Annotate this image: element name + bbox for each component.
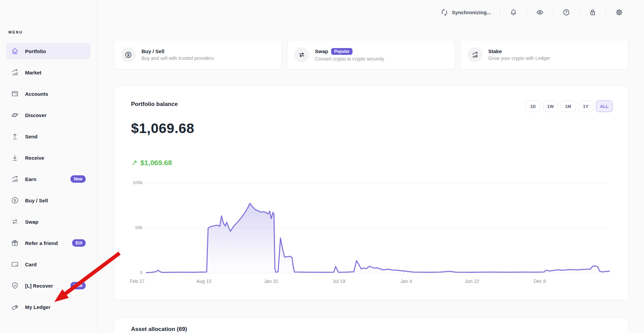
sidebar-item-receive[interactable]: Receive xyxy=(6,150,90,166)
swap-icon xyxy=(294,47,309,62)
sidebar-item-label: Earn xyxy=(25,176,36,182)
notifications-button[interactable] xyxy=(510,8,517,16)
card-title: Stake xyxy=(488,48,502,54)
sidebar-item-label: Discover xyxy=(25,112,46,118)
y-axis-tick: 100k xyxy=(129,180,143,185)
shield-check-icon xyxy=(11,282,19,290)
sync-icon xyxy=(441,8,448,16)
main-area: Synchronizing... xyxy=(97,0,644,333)
sidebar-item-label: Market xyxy=(25,70,41,75)
sidebar-item-label: Swap xyxy=(25,219,38,225)
sidebar-item-badge: New xyxy=(70,282,86,289)
sidebar-item-discover[interactable]: Discover xyxy=(6,107,90,123)
divider xyxy=(527,8,527,17)
market-icon xyxy=(11,68,19,76)
swap-card[interactable]: Swap Popular Convert crypto to crypto se… xyxy=(287,40,455,69)
card-title: Swap xyxy=(315,48,328,54)
sidebar-item-badge: New xyxy=(70,175,86,183)
chart-area-fill xyxy=(146,203,610,273)
portfolio-delta: ↗ $1,069.68 xyxy=(131,158,172,167)
sidebar: MENU PortfolioMarketAccountsDiscoverSend… xyxy=(0,0,97,333)
discreet-mode-button[interactable] xyxy=(536,8,544,16)
planet-icon xyxy=(11,111,19,119)
x-axis-tick: Jan 31 xyxy=(264,279,278,284)
divider xyxy=(553,8,553,17)
sidebar-item-label: Accounts xyxy=(25,91,48,97)
divider xyxy=(500,8,500,17)
earn-icon xyxy=(11,175,19,183)
sidebar-item-label: Buy / Sell xyxy=(25,198,48,203)
svg-text:$: $ xyxy=(127,52,129,57)
dollar-icon: $ xyxy=(121,47,136,62)
sidebar-item-my-ledger[interactable]: My Ledger xyxy=(6,299,90,315)
sync-status[interactable]: Synchronizing... xyxy=(441,8,491,16)
home-icon xyxy=(11,47,19,55)
menu-label: MENU xyxy=(8,30,97,34)
card-subtitle: Convert crypto to crypto securely xyxy=(315,56,384,62)
sidebar-item-card[interactable]: Card xyxy=(6,256,90,272)
nano-icon xyxy=(11,303,19,311)
lock-button[interactable] xyxy=(589,8,597,16)
range-button-1m[interactable]: 1M xyxy=(561,101,576,112)
popular-badge: Popular xyxy=(331,48,352,55)
settings-button[interactable] xyxy=(615,8,623,16)
y-axis-tick: 0 xyxy=(129,270,143,275)
help-icon: ? xyxy=(562,8,570,16)
sidebar-item-earn[interactable]: EarnNew xyxy=(6,171,90,187)
asset-allocation-card: Asset allocation (69) xyxy=(114,318,628,333)
svg-text:?: ? xyxy=(565,10,567,14)
x-axis-tick: Dec 8 xyxy=(534,279,546,284)
x-axis-tick: Jan 4 xyxy=(400,279,412,284)
gear-icon xyxy=(615,8,623,16)
dollar-icon: $ xyxy=(11,196,19,204)
sidebar-item-market[interactable]: Market xyxy=(6,64,90,81)
divider xyxy=(606,8,606,17)
gift-icon xyxy=(11,239,19,247)
sidebar-item-refer-a-friend[interactable]: Refer a friend$10 xyxy=(6,235,90,251)
sidebar-item-accounts[interactable]: Accounts xyxy=(6,86,90,102)
y-axis-tick: 50k xyxy=(129,225,143,230)
portfolio-balance-card: Portfolio balance 1D1W1M1YALL $1,069.68 … xyxy=(114,86,628,300)
sidebar-item-label: Refer a friend xyxy=(25,240,58,246)
receive-icon xyxy=(11,154,19,162)
x-axis-tick: Jun 22 xyxy=(465,279,479,284)
portfolio-chart[interactable]: 100k50k0Feb 27Aug 15Jan 31Jul 19Jan 4Jun… xyxy=(129,180,612,291)
sidebar-item-label: Card xyxy=(25,262,37,267)
topbar: Synchronizing... xyxy=(97,0,644,24)
range-button-1y[interactable]: 1Y xyxy=(578,101,593,112)
x-axis-tick: Jul 19 xyxy=(332,279,345,284)
asset-allocation-title: Asset allocation (69) xyxy=(131,326,187,333)
sidebar-item-label: My Ledger xyxy=(25,304,50,310)
accounts-icon xyxy=(11,90,19,98)
bell-icon xyxy=(510,8,517,16)
sidebar-item-label: [L] Recover xyxy=(25,283,53,289)
sidebar-item-buy-sell[interactable]: $Buy / Sell xyxy=(6,192,90,208)
range-button-all[interactable]: ALL xyxy=(596,101,613,112)
sidebar-nav: PortfolioMarketAccountsDiscoverSendRecei… xyxy=(0,43,97,315)
range-button-1w[interactable]: 1W xyxy=(543,101,558,112)
svg-text:$: $ xyxy=(14,198,16,202)
portfolio-chart-plot[interactable] xyxy=(146,180,610,274)
card-subtitle: Grow your crypto with Ledger xyxy=(488,56,550,61)
stake-card[interactable]: Stake Grow your crypto with Ledger xyxy=(460,40,628,69)
card-title: Buy / Sell xyxy=(142,48,165,54)
sidebar-item-badge: $10 xyxy=(72,239,86,247)
card-icon xyxy=(11,260,19,268)
sidebar-item-swap[interactable]: Swap xyxy=(6,214,90,230)
range-button-1d[interactable]: 1D xyxy=(525,101,540,112)
eye-icon xyxy=(536,8,544,16)
sync-label: Synchronizing... xyxy=(452,9,491,15)
divider xyxy=(579,8,580,17)
swap-icon xyxy=(11,218,19,226)
portfolio-delta-value: $1,069.68 xyxy=(140,159,172,167)
card-subtitle: Buy and sell with trusted providers xyxy=(142,56,214,61)
trend-up-icon: ↗ xyxy=(131,158,137,167)
sidebar-item-label: Send xyxy=(25,134,38,139)
buy-sell-card[interactable]: $ Buy / Sell Buy and sell with trusted p… xyxy=(114,40,282,69)
time-range-selector: 1D1W1M1YALL xyxy=(525,101,613,112)
sidebar-item-portfolio[interactable]: Portfolio xyxy=(6,43,90,59)
sidebar-item-recover[interactable]: [L] RecoverNew xyxy=(6,278,90,294)
sidebar-item-label: Portfolio xyxy=(25,48,46,54)
help-button[interactable]: ? xyxy=(562,8,570,16)
sidebar-item-send[interactable]: Send xyxy=(6,128,90,145)
